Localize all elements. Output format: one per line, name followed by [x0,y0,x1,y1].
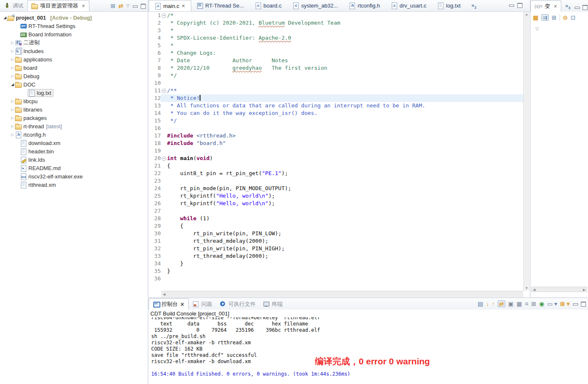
console-tab-问题[interactable]: 问题 [189,298,216,310]
code-line[interactable]: 7 * Date Author Notes [149,57,523,64]
console-tab-可执行文件[interactable]: 可执行文件 [216,298,259,310]
code-line[interactable]: 1/* [149,12,523,19]
code-line[interactable]: 28 while (1) [149,215,523,222]
tree-item[interactable]: log.txt [0,89,148,97]
editor-tab-rt-thread-se-[interactable]: RT-Thread Se... [191,0,249,11]
save-console-output-icon[interactable]: ▣ [508,301,514,307]
code-line[interactable]: 6 * Change Logs: [149,49,523,57]
collapse-arrow-icon[interactable]: ▷ [10,41,15,45]
code-line[interactable]: 19 [149,147,523,155]
code-editor[interactable]: 1/*2 * Copyright (c) 2020-2021, Bluetrum… [149,12,523,291]
editor-tab-system-ab32-[interactable]: system_ab32... [287,0,343,11]
code-line[interactable]: 18#include "board.h" [149,140,523,147]
show-console-on-change-icon[interactable]: ⇄ [498,300,505,307]
code-line[interactable]: 12 * Notice! [149,94,523,102]
console-output[interactable]: riscv64-unknown-elf-size --format=berkel… [149,317,588,377]
maximize-icon[interactable] [582,5,587,9]
maximize-icon[interactable] [517,3,522,7]
close-icon[interactable]: ✕ [553,4,557,9]
scroll-lock-icon[interactable]: ▦ [517,301,522,307]
code-line[interactable]: 11/** [149,87,523,94]
breadcrumb-dropdown-icon[interactable]: ▽ [530,23,588,31]
view-menu-icon[interactable]: ▽ [126,3,129,9]
console-list-icon[interactable]: ▤ [478,301,483,307]
code-line[interactable]: 4 * SPDX-License-Identifier: Apache-2.0 [149,34,523,42]
editor-tab-main-c[interactable]: main.c✕ [149,0,191,11]
scroll-to-bottom-icon[interactable]: ↓ [486,301,489,307]
show-type-names-icon[interactable]: ▦ [533,15,538,20]
show-logical-structure-icon[interactable]: ⇉ [541,14,549,21]
display-selected-console-icon[interactable]: ▭ ▾ [547,301,557,307]
add-new-expression-icon[interactable]: ⊝ [563,15,568,20]
code-line[interactable]: 10 [149,79,523,87]
tree-item[interactable]: ▷packages [0,114,148,122]
code-line[interactable]: 26 rt_kprintf("Hello, world\n"); [149,200,523,207]
tree-item[interactable]: ▷board [0,64,148,72]
collapse-all-icon[interactable]: ⊞ [552,15,557,20]
collapse-arrow-icon[interactable]: ▷ [10,74,15,78]
tree-item[interactable]: header.bin [0,147,148,155]
tree-item[interactable]: ▷libraries [0,105,148,114]
code-line[interactable]: 27 [149,207,523,215]
collapse-arrow-icon[interactable]: ▷ [10,107,15,112]
tree-item[interactable]: ▷rt-thread[latest] [0,122,148,130]
minimize-icon[interactable] [574,5,579,9]
collapse-arrow-icon[interactable]: ▷ [10,116,15,120]
code-line[interactable]: 30 rt_pin_write(pin, PIN_LOW); [149,230,523,237]
tab-overflow-chevron[interactable]: »2 [466,0,482,11]
code-line[interactable]: 24 rt_pin_mode(pin, PIN_MODE_OUTPUT); [149,185,523,192]
pin-console-icon[interactable]: ◉ [539,301,544,307]
tree-item[interactable]: ▷applications [0,55,148,64]
collapse-arrow-icon[interactable]: ▷ [10,49,15,53]
code-line[interactable]: 31 rt_thread_mdelay(2000); [149,237,523,245]
maximize-icon[interactable] [140,4,145,8]
tree-item[interactable]: Board Information [0,30,148,38]
code-line[interactable]: 8 * 2020/12/10 greedyhao The first versi… [149,64,523,72]
collapse-arrow-icon[interactable]: ▷ [10,99,15,103]
vertical-scrollbar[interactable]: ▲ ▼ [523,12,530,291]
collapse-arrow-icon[interactable]: ▷ [10,132,15,137]
collapse-arrow-icon[interactable]: ▷ [10,124,15,128]
fold-minus-icon[interactable] [161,87,167,94]
code-line[interactable]: 34 } [149,260,523,267]
editor-tab-log-txt[interactable]: log.txt [432,0,466,11]
minimize-icon[interactable] [573,302,578,306]
selected-tree-item[interactable]: log.txt [28,89,53,97]
word-wrap-icon[interactable]: ≡ [525,301,528,307]
code-line[interactable]: 23 [149,177,523,185]
horizontal-scrollbar[interactable]: ◀ ▶ [531,287,587,292]
code-line[interactable]: 2 * Copyright (c) 2020-2021, Bluetrum De… [149,19,523,27]
edit-expression-icon[interactable]: ⊡ [570,15,575,20]
code-line[interactable]: 32 rt_pin_write(pin, PIN_HIGH); [149,245,523,252]
code-line[interactable]: 36 [149,275,523,282]
tree-item[interactable]: README.md [0,164,148,172]
collapse-all-icon[interactable]: ⊞ [111,3,116,9]
maximize-icon[interactable] [580,302,585,306]
scroll-left-arrow-icon[interactable]: ◀ [163,292,165,296]
tree-item[interactable]: rtthread.xm [0,181,148,189]
tree-item[interactable]: link.lds [0,155,148,164]
code-line[interactable]: 29 { [149,222,523,230]
tree-item[interactable]: ▷libcpu [0,97,148,105]
tree-item[interactable]: ▷Debug [0,72,148,80]
code-line[interactable]: 14 * You can do it the way exception_isr… [149,109,523,117]
console-tab-终端[interactable]: 终端 [259,298,286,310]
horizontal-scrollbar[interactable]: ◀ [161,291,523,297]
code-line[interactable]: 22 uint8_t pin = rt_pin_get("PE.1"); [149,170,523,177]
code-line[interactable]: 16 [149,125,523,132]
tab-variables[interactable]: (x)= 变 ✕ [530,0,561,12]
close-icon[interactable]: ✕ [180,301,185,308]
expand-arrow-icon[interactable]: ◢ [10,82,15,86]
code-line[interactable]: 35} [149,267,523,275]
close-icon[interactable]: ✕ [81,3,85,9]
close-icon[interactable]: ✕ [181,3,185,9]
minimize-icon[interactable] [132,4,137,8]
tab-project-explorer[interactable]: 项目资源管理器 ✕ [27,0,89,11]
open-console-icon[interactable]: ⊞ ▾ [560,301,570,307]
tab-debug[interactable]: 调试 [0,0,27,11]
code-line[interactable]: 9 */ [149,72,523,79]
editor-tab-drv-usart-c[interactable]: drv_usart.c [385,0,432,11]
link-with-editor-icon[interactable]: ⇄ [119,3,124,9]
code-line[interactable]: 5 * [149,42,523,49]
code-line[interactable]: 17#include <rtthread.h> [149,132,523,140]
